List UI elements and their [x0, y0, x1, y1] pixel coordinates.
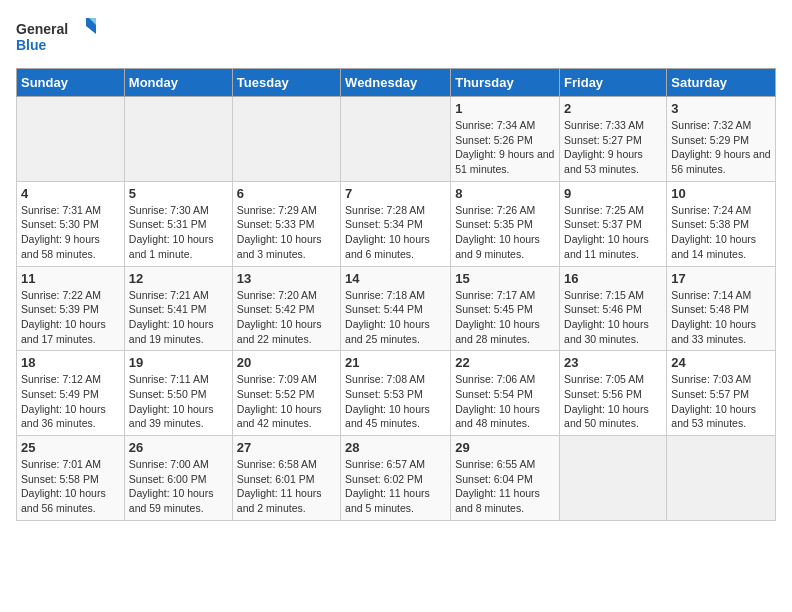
day-info: Sunrise: 7:03 AMSunset: 5:57 PMDaylight:…: [671, 372, 771, 431]
day-info: Sunrise: 7:06 AMSunset: 5:54 PMDaylight:…: [455, 372, 555, 431]
calendar-week-row: 4Sunrise: 7:31 AMSunset: 5:30 PMDaylight…: [17, 181, 776, 266]
svg-text:Blue: Blue: [16, 37, 47, 53]
calendar-cell: 11Sunrise: 7:22 AMSunset: 5:39 PMDayligh…: [17, 266, 125, 351]
day-number: 15: [455, 271, 555, 286]
day-info: Sunrise: 7:14 AMSunset: 5:48 PMDaylight:…: [671, 288, 771, 347]
calendar-cell: 25Sunrise: 7:01 AMSunset: 5:58 PMDayligh…: [17, 436, 125, 521]
weekday-header-cell: Wednesday: [341, 69, 451, 97]
day-number: 1: [455, 101, 555, 116]
calendar-cell: 8Sunrise: 7:26 AMSunset: 5:35 PMDaylight…: [451, 181, 560, 266]
weekday-header-row: SundayMondayTuesdayWednesdayThursdayFrid…: [17, 69, 776, 97]
day-info: Sunrise: 7:31 AMSunset: 5:30 PMDaylight:…: [21, 203, 120, 262]
calendar-cell: 2Sunrise: 7:33 AMSunset: 5:27 PMDaylight…: [560, 97, 667, 182]
day-number: 6: [237, 186, 336, 201]
day-info: Sunrise: 7:22 AMSunset: 5:39 PMDaylight:…: [21, 288, 120, 347]
day-number: 3: [671, 101, 771, 116]
day-info: Sunrise: 6:57 AMSunset: 6:02 PMDaylight:…: [345, 457, 446, 516]
day-info: Sunrise: 7:24 AMSunset: 5:38 PMDaylight:…: [671, 203, 771, 262]
day-number: 9: [564, 186, 662, 201]
day-number: 8: [455, 186, 555, 201]
calendar-week-row: 25Sunrise: 7:01 AMSunset: 5:58 PMDayligh…: [17, 436, 776, 521]
day-number: 13: [237, 271, 336, 286]
calendar-cell: [667, 436, 776, 521]
calendar-cell: [124, 97, 232, 182]
day-info: Sunrise: 7:30 AMSunset: 5:31 PMDaylight:…: [129, 203, 228, 262]
day-info: Sunrise: 7:09 AMSunset: 5:52 PMDaylight:…: [237, 372, 336, 431]
day-info: Sunrise: 7:01 AMSunset: 5:58 PMDaylight:…: [21, 457, 120, 516]
day-number: 20: [237, 355, 336, 370]
calendar-cell: [17, 97, 125, 182]
day-number: 28: [345, 440, 446, 455]
day-number: 5: [129, 186, 228, 201]
calendar-cell: 26Sunrise: 7:00 AMSunset: 6:00 PMDayligh…: [124, 436, 232, 521]
calendar-cell: 29Sunrise: 6:55 AMSunset: 6:04 PMDayligh…: [451, 436, 560, 521]
calendar-week-row: 18Sunrise: 7:12 AMSunset: 5:49 PMDayligh…: [17, 351, 776, 436]
day-info: Sunrise: 7:11 AMSunset: 5:50 PMDaylight:…: [129, 372, 228, 431]
calendar-cell: 7Sunrise: 7:28 AMSunset: 5:34 PMDaylight…: [341, 181, 451, 266]
calendar-cell: 10Sunrise: 7:24 AMSunset: 5:38 PMDayligh…: [667, 181, 776, 266]
calendar-cell: [560, 436, 667, 521]
calendar-body: 1Sunrise: 7:34 AMSunset: 5:26 PMDaylight…: [17, 97, 776, 521]
calendar-cell: 27Sunrise: 6:58 AMSunset: 6:01 PMDayligh…: [232, 436, 340, 521]
calendar-cell: 16Sunrise: 7:15 AMSunset: 5:46 PMDayligh…: [560, 266, 667, 351]
calendar-cell: 12Sunrise: 7:21 AMSunset: 5:41 PMDayligh…: [124, 266, 232, 351]
calendar-week-row: 11Sunrise: 7:22 AMSunset: 5:39 PMDayligh…: [17, 266, 776, 351]
day-info: Sunrise: 7:28 AMSunset: 5:34 PMDaylight:…: [345, 203, 446, 262]
day-number: 17: [671, 271, 771, 286]
day-info: Sunrise: 7:20 AMSunset: 5:42 PMDaylight:…: [237, 288, 336, 347]
calendar-cell: 17Sunrise: 7:14 AMSunset: 5:48 PMDayligh…: [667, 266, 776, 351]
day-info: Sunrise: 7:00 AMSunset: 6:00 PMDaylight:…: [129, 457, 228, 516]
weekday-header-cell: Sunday: [17, 69, 125, 97]
weekday-header-cell: Thursday: [451, 69, 560, 97]
calendar-cell: 24Sunrise: 7:03 AMSunset: 5:57 PMDayligh…: [667, 351, 776, 436]
day-number: 24: [671, 355, 771, 370]
day-number: 29: [455, 440, 555, 455]
day-number: 11: [21, 271, 120, 286]
day-info: Sunrise: 7:21 AMSunset: 5:41 PMDaylight:…: [129, 288, 228, 347]
calendar-cell: 14Sunrise: 7:18 AMSunset: 5:44 PMDayligh…: [341, 266, 451, 351]
day-info: Sunrise: 7:18 AMSunset: 5:44 PMDaylight:…: [345, 288, 446, 347]
day-number: 22: [455, 355, 555, 370]
calendar-cell: 3Sunrise: 7:32 AMSunset: 5:29 PMDaylight…: [667, 97, 776, 182]
day-info: Sunrise: 7:32 AMSunset: 5:29 PMDaylight:…: [671, 118, 771, 177]
logo: General Blue: [16, 16, 96, 60]
calendar-week-row: 1Sunrise: 7:34 AMSunset: 5:26 PMDaylight…: [17, 97, 776, 182]
day-info: Sunrise: 7:15 AMSunset: 5:46 PMDaylight:…: [564, 288, 662, 347]
day-number: 25: [21, 440, 120, 455]
page-header: General Blue: [16, 16, 776, 60]
day-number: 10: [671, 186, 771, 201]
calendar-cell: [232, 97, 340, 182]
calendar-cell: 5Sunrise: 7:30 AMSunset: 5:31 PMDaylight…: [124, 181, 232, 266]
day-info: Sunrise: 7:34 AMSunset: 5:26 PMDaylight:…: [455, 118, 555, 177]
calendar-cell: 1Sunrise: 7:34 AMSunset: 5:26 PMDaylight…: [451, 97, 560, 182]
calendar-cell: 21Sunrise: 7:08 AMSunset: 5:53 PMDayligh…: [341, 351, 451, 436]
day-info: Sunrise: 7:26 AMSunset: 5:35 PMDaylight:…: [455, 203, 555, 262]
day-number: 27: [237, 440, 336, 455]
day-number: 18: [21, 355, 120, 370]
calendar-cell: 18Sunrise: 7:12 AMSunset: 5:49 PMDayligh…: [17, 351, 125, 436]
svg-text:General: General: [16, 21, 68, 37]
logo-svg: General Blue: [16, 16, 96, 60]
day-number: 26: [129, 440, 228, 455]
weekday-header-cell: Friday: [560, 69, 667, 97]
day-info: Sunrise: 7:05 AMSunset: 5:56 PMDaylight:…: [564, 372, 662, 431]
day-number: 2: [564, 101, 662, 116]
day-info: Sunrise: 7:33 AMSunset: 5:27 PMDaylight:…: [564, 118, 662, 177]
day-info: Sunrise: 7:17 AMSunset: 5:45 PMDaylight:…: [455, 288, 555, 347]
day-info: Sunrise: 7:29 AMSunset: 5:33 PMDaylight:…: [237, 203, 336, 262]
calendar-cell: 15Sunrise: 7:17 AMSunset: 5:45 PMDayligh…: [451, 266, 560, 351]
calendar-cell: 23Sunrise: 7:05 AMSunset: 5:56 PMDayligh…: [560, 351, 667, 436]
calendar-cell: [341, 97, 451, 182]
day-info: Sunrise: 7:12 AMSunset: 5:49 PMDaylight:…: [21, 372, 120, 431]
day-info: Sunrise: 7:25 AMSunset: 5:37 PMDaylight:…: [564, 203, 662, 262]
calendar-cell: 6Sunrise: 7:29 AMSunset: 5:33 PMDaylight…: [232, 181, 340, 266]
weekday-header-cell: Monday: [124, 69, 232, 97]
calendar-table: SundayMondayTuesdayWednesdayThursdayFrid…: [16, 68, 776, 521]
day-number: 21: [345, 355, 446, 370]
calendar-cell: 9Sunrise: 7:25 AMSunset: 5:37 PMDaylight…: [560, 181, 667, 266]
day-number: 14: [345, 271, 446, 286]
day-number: 19: [129, 355, 228, 370]
day-info: Sunrise: 6:55 AMSunset: 6:04 PMDaylight:…: [455, 457, 555, 516]
weekday-header-cell: Tuesday: [232, 69, 340, 97]
calendar-cell: 20Sunrise: 7:09 AMSunset: 5:52 PMDayligh…: [232, 351, 340, 436]
